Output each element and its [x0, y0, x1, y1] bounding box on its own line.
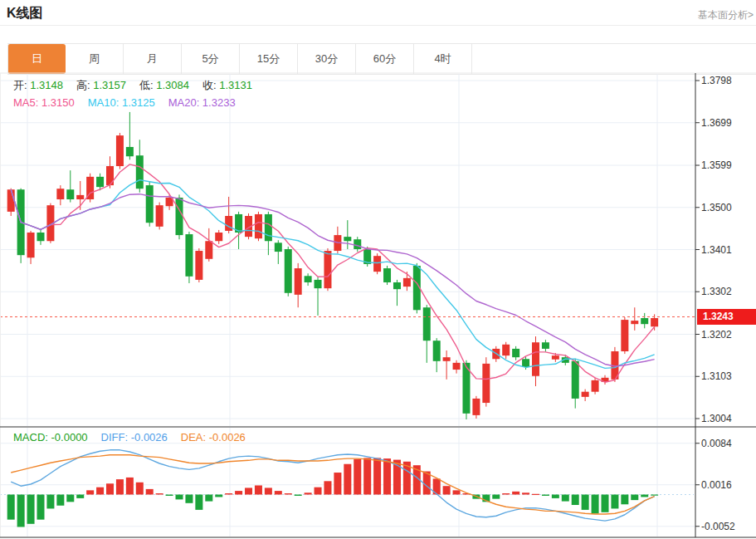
- y-axis-label: 1.3599: [701, 159, 732, 171]
- y-axis-label: 1.3699: [701, 117, 732, 129]
- y-axis-label: 1.3302: [701, 286, 732, 297]
- legend-item: MA5: 1.3150: [13, 96, 75, 109]
- legend-item: 高: 1.3157: [76, 79, 126, 91]
- current-price-tag: 1.3243: [697, 309, 756, 325]
- y-axis-label: 0.0016: [701, 479, 732, 491]
- legend-item: 开: 1.3148: [13, 79, 63, 91]
- y-axis-label: 0.0084: [701, 438, 732, 449]
- y-axis-label: 1.3004: [701, 413, 732, 424]
- ohlc-legend: 开: 1.3148高: 1.3157低: 1.3084收: 1.3131: [13, 78, 266, 93]
- legend-item: MA20: 1.3233: [168, 96, 236, 109]
- kline-page: K线图 基本面分析> 日周月5分15分30分60分4时 开: 1.3148高: …: [0, 0, 756, 539]
- ma-legend: MA5: 1.3150MA10: 1.3125MA20: 1.3233: [13, 96, 249, 109]
- y-axis-label: 1.3500: [701, 202, 732, 213]
- legend-item: 低: 1.3084: [139, 79, 189, 91]
- legend-item: MACD: -0.0000: [13, 431, 88, 443]
- y-axis-label: 1.3798: [701, 75, 732, 86]
- macd-legend: MACD: -0.0000DIFF: -0.0026DEA: -0.0026: [13, 431, 259, 443]
- y-axis-label: 1.3103: [701, 370, 732, 382]
- legend-item: DEA: -0.0026: [181, 431, 246, 443]
- y-axis-label: 1.3401: [701, 244, 732, 256]
- legend-item: DIFF: -0.0026: [101, 431, 168, 443]
- legend-item: 收: 1.3131: [202, 79, 252, 91]
- y-axis-label: -0.0052: [701, 521, 735, 532]
- legend-item: MA10: 1.3125: [88, 96, 155, 109]
- y-axis-label: 1.3202: [701, 329, 732, 341]
